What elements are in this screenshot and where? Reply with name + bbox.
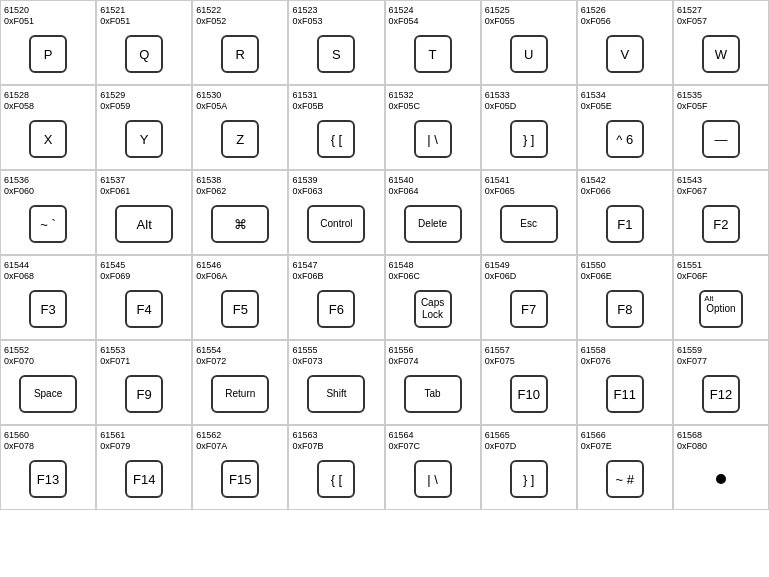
key-61557[interactable]: F10 — [510, 375, 548, 413]
cell-61541: 61541 0xF065Esc — [481, 170, 577, 255]
cell-61523: 61523 0xF053S — [288, 0, 384, 85]
cell-meta-61550: 61550 0xF06E — [581, 260, 612, 282]
key-61525[interactable]: U — [510, 35, 548, 73]
key-61555[interactable]: Shift — [307, 375, 365, 413]
key-61537[interactable]: Alt — [115, 205, 173, 243]
key-61530[interactable]: Z — [221, 120, 259, 158]
cell-61528: 61528 0xF058X — [0, 85, 96, 170]
cell-meta-61523: 61523 0xF053 — [292, 5, 322, 27]
key-wrapper-61555: Shift — [292, 371, 380, 418]
key-61549[interactable]: F7 — [510, 290, 548, 328]
cell-meta-61562: 61562 0xF07A — [196, 430, 227, 452]
cell-meta-61549: 61549 0xF06D — [485, 260, 517, 282]
key-61538[interactable]: ⌘ — [211, 205, 269, 243]
key-61520[interactable]: P — [29, 35, 67, 73]
cell-meta-61548: 61548 0xF06C — [389, 260, 421, 282]
key-61539[interactable]: Control — [307, 205, 365, 243]
cell-61531: 61531 0xF05B{ [ — [288, 85, 384, 170]
key-61546[interactable]: F5 — [221, 290, 259, 328]
key-wrapper-61547: F6 — [292, 286, 380, 333]
cell-meta-61537: 61537 0xF061 — [100, 175, 130, 197]
key-toplabel-61551: Alt — [704, 294, 713, 304]
key-wrapper-61546: F5 — [196, 286, 284, 333]
key-61544[interactable]: F3 — [29, 290, 67, 328]
key-61562[interactable]: F15 — [221, 460, 259, 498]
key-61531[interactable]: { [ — [317, 120, 355, 158]
key-wrapper-61521: Q — [100, 31, 188, 78]
key-61524[interactable]: T — [414, 35, 452, 73]
key-61532[interactable]: | \ — [414, 120, 452, 158]
key-61534[interactable]: ^ 6 — [606, 120, 644, 158]
key-wrapper-61540: Delete — [389, 201, 477, 248]
key-wrapper-61545: F4 — [100, 286, 188, 333]
key-61561[interactable]: F14 — [125, 460, 163, 498]
key-61554[interactable]: Return — [211, 375, 269, 413]
cell-61530: 61530 0xF05AZ — [192, 85, 288, 170]
key-61533[interactable]: } ] — [510, 120, 548, 158]
key-61543[interactable]: F2 — [702, 205, 740, 243]
key-61528[interactable]: X — [29, 120, 67, 158]
key-61541[interactable]: Esc — [500, 205, 558, 243]
cell-61527: 61527 0xF057W — [673, 0, 769, 85]
key-wrapper-61529: Y — [100, 116, 188, 163]
key-wrapper-61535: — — [677, 116, 765, 163]
key-61542[interactable]: F1 — [606, 205, 644, 243]
cell-61535: 61535 0xF05F— — [673, 85, 769, 170]
key-61540[interactable]: Delete — [404, 205, 462, 243]
key-wrapper-61553: F9 — [100, 371, 188, 418]
key-61522[interactable]: R — [221, 35, 259, 73]
key-61559[interactable]: F12 — [702, 375, 740, 413]
key-61560[interactable]: F13 — [29, 460, 67, 498]
key-61523[interactable]: S — [317, 35, 355, 73]
cell-meta-61528: 61528 0xF058 — [4, 90, 34, 112]
key-61565[interactable]: } ] — [510, 460, 548, 498]
cell-meta-61535: 61535 0xF05F — [677, 90, 708, 112]
key-wrapper-61549: F7 — [485, 286, 573, 333]
key-61535[interactable]: — — [702, 120, 740, 158]
key-61558[interactable]: F11 — [606, 375, 644, 413]
cell-61566: 61566 0xF07E~ # — [577, 425, 673, 510]
key-61529[interactable]: Y — [125, 120, 163, 158]
key-61526[interactable]: V — [606, 35, 644, 73]
cell-61537: 61537 0xF061Alt — [96, 170, 192, 255]
key-61545[interactable]: F4 — [125, 290, 163, 328]
cell-meta-61538: 61538 0xF062 — [196, 175, 226, 197]
cell-61545: 61545 0xF069F4 — [96, 255, 192, 340]
cell-meta-61525: 61525 0xF055 — [485, 5, 515, 27]
cell-meta-61547: 61547 0xF06B — [292, 260, 323, 282]
cell-61539: 61539 0xF063Control — [288, 170, 384, 255]
key-wrapper-61557: F10 — [485, 371, 573, 418]
key-wrapper-61522: R — [196, 31, 284, 78]
key-61548[interactable]: Caps Lock — [414, 290, 452, 328]
cell-61533: 61533 0xF05D} ] — [481, 85, 577, 170]
cell-61560: 61560 0xF078F13 — [0, 425, 96, 510]
cell-meta-61542: 61542 0xF066 — [581, 175, 611, 197]
cell-61551: 61551 0xF06FAltOption — [673, 255, 769, 340]
key-61563[interactable]: { [ — [317, 460, 355, 498]
cell-61557: 61557 0xF075F10 — [481, 340, 577, 425]
key-61564[interactable]: | \ — [414, 460, 452, 498]
key-61552[interactable]: Space — [19, 375, 77, 413]
key-61521[interactable]: Q — [125, 35, 163, 73]
key-61551[interactable]: AltOption — [699, 290, 742, 328]
cell-meta-61541: 61541 0xF065 — [485, 175, 515, 197]
cell-meta-61534: 61534 0xF05E — [581, 90, 612, 112]
key-61547[interactable]: F6 — [317, 290, 355, 328]
key-61553[interactable]: F9 — [125, 375, 163, 413]
key-wrapper-61523: S — [292, 31, 380, 78]
key-61536[interactable]: ~ ` — [29, 205, 67, 243]
key-61550[interactable]: F8 — [606, 290, 644, 328]
key-wrapper-61531: { [ — [292, 116, 380, 163]
cell-meta-61551: 61551 0xF06F — [677, 260, 708, 282]
key-wrapper-61536: ~ ` — [4, 201, 92, 248]
key-wrapper-61552: Space — [4, 371, 92, 418]
cell-61522: 61522 0xF052R — [192, 0, 288, 85]
key-61566[interactable]: ~ # — [606, 460, 644, 498]
cell-meta-61565: 61565 0xF07D — [485, 430, 517, 452]
key-wrapper-61551: AltOption — [677, 286, 765, 333]
key-61527[interactable]: W — [702, 35, 740, 73]
key-61556[interactable]: Tab — [404, 375, 462, 413]
cell-61547: 61547 0xF06BF6 — [288, 255, 384, 340]
cell-61548: 61548 0xF06CCaps Lock — [385, 255, 481, 340]
cell-meta-61524: 61524 0xF054 — [389, 5, 419, 27]
